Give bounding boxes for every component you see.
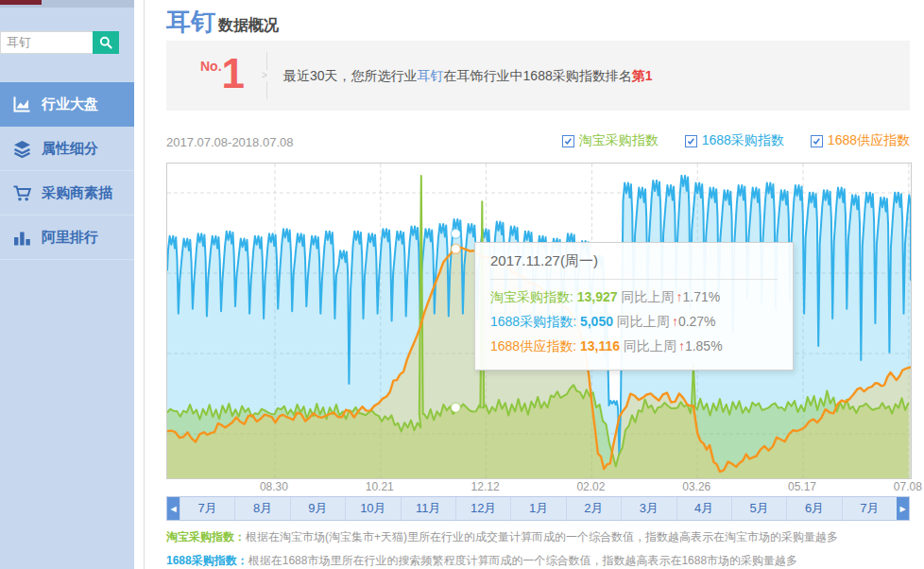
keyword-search [0, 31, 119, 54]
rank-keyword: 耳钉 [418, 68, 444, 83]
content-divider [144, 0, 145, 569]
month-tab-6月[interactable]: 6月 [786, 497, 841, 520]
tooltip-row: 淘宝采购指数: 13,927 同比上周↑1.71% [490, 284, 778, 309]
prev-month-button[interactable]: ◀ [167, 497, 180, 520]
hover-marker [451, 229, 460, 238]
sidebar-item-label: 阿里排行 [42, 229, 98, 247]
checkbox-checked-icon[interactable] [685, 135, 697, 147]
month-tab-4月[interactable]: 4月 [676, 497, 731, 520]
title-subtitle: 数据概况 [218, 17, 279, 33]
browser-artifact [0, 0, 42, 5]
sidebar-item-label: 采购商素描 [42, 184, 112, 202]
x-tick-label: 12.12 [471, 480, 500, 493]
month-tab-7月[interactable]: 7月 [180, 497, 234, 520]
legend-toggle-1688采购指数[interactable]: 1688采购指数 [685, 132, 784, 149]
sidebar-item-行业大盘[interactable]: 行业大盘 [0, 82, 134, 127]
month-tab-12月[interactable]: 12月 [455, 497, 510, 520]
search-button[interactable] [93, 31, 119, 54]
month-tab-8月[interactable]: 8月 [234, 497, 289, 520]
sidebar-menu: 行业大盘属性细分采购商素描阿里排行 [0, 82, 134, 260]
x-tick-label: 08.30 [260, 480, 288, 493]
rank-value: 1 [222, 50, 245, 96]
month-tab-1月[interactable]: 1月 [510, 497, 565, 520]
rank-description: 最近30天，您所选行业耳钉在耳饰行业中1688采购指数排名第1 [283, 68, 653, 85]
x-axis-labels: 08.3010.2112.1202.0203.2605.1707.08 [166, 480, 910, 493]
banner-separator: > [266, 52, 267, 99]
month-tab-7月[interactable]: 7月 [842, 497, 897, 520]
up-arrow-icon: ↑ [678, 338, 685, 353]
legend-toggle-1688供应指数[interactable]: 1688供应指数 [811, 132, 910, 149]
sidebar-item-label: 属性细分 [42, 140, 98, 158]
legend-toggle-淘宝采购指数[interactable]: 淘宝采购指数 [562, 132, 659, 149]
checkbox-checked-icon[interactable] [562, 135, 574, 147]
search-icon [96, 35, 115, 50]
cart-icon [12, 183, 32, 203]
rank-label: 第1 [632, 68, 653, 83]
up-arrow-icon: ↑ [672, 314, 678, 329]
area-chart-icon [12, 95, 32, 114]
month-pagination: ◀7月8月9月10月11月12月1月2月3月4月5月6月7月▶ [166, 496, 910, 521]
x-tick-label: 10.21 [366, 480, 394, 493]
month-tab-11月[interactable]: 11月 [401, 497, 455, 520]
index-footnotes: 淘宝采购指数：根据在淘宝市场(淘宝集市+天猫)里所在行业的成交量计算而成的一个综… [166, 526, 838, 569]
rank-prefix: No. [200, 59, 222, 74]
up-arrow-icon: ↑ [676, 289, 683, 304]
footnote: 1688采购指数：根据在1688市场里所在行业的搜索频繁程度计算而成的一个综合数… [166, 549, 838, 569]
tooltip-row: 1688供应指数: 13,116 同比上周↑1.85% [490, 334, 778, 358]
rank-banner: No.1 > 最近30天，您所选行业耳钉在耳饰行业中1688采购指数排名第1 [166, 41, 910, 111]
sidebar-item-属性细分[interactable]: 属性细分 [0, 127, 134, 171]
title-keyword: 耳钉 [166, 8, 215, 36]
chart-tooltip: 2017.11.27(周一) 淘宝采购指数: 13,927 同比上周↑1.71%… [474, 242, 794, 371]
search-input[interactable] [0, 31, 93, 54]
x-tick-label: 03.26 [682, 480, 710, 493]
sidebar: 行业大盘属性细分采购商素描阿里排行 [0, 0, 134, 569]
hover-marker [451, 244, 460, 253]
month-tab-2月[interactable]: 2月 [566, 497, 621, 520]
chevron-right-icon: > [262, 70, 267, 81]
bar-chart-icon [12, 228, 32, 248]
rank-text-middle: 在耳饰行业中1688采购指数排名 [444, 68, 632, 83]
series-legend: 淘宝采购指数1688采购指数1688供应指数 [166, 132, 910, 149]
sidebar-item-label: 行业大盘 [42, 95, 98, 113]
tooltip-row: 1688采购指数: 5,050 同比上周↑0.27% [490, 309, 778, 334]
checkbox-checked-icon[interactable] [811, 135, 823, 147]
layers-icon [12, 139, 32, 159]
rank-number: No.1 [200, 53, 245, 95]
industry-dashboard: { "sidebar": { "search": {"value": "耳钉"}… [0, 0, 924, 569]
month-tab-5月[interactable]: 5月 [731, 497, 786, 520]
rank-text-before: 最近30天，您所选行业 [283, 68, 418, 83]
legend-label: 淘宝采购指数 [579, 132, 659, 149]
hover-marker [451, 403, 460, 412]
next-month-button[interactable]: ▶ [897, 497, 909, 520]
sidebar-item-阿里排行[interactable]: 阿里排行 [0, 216, 134, 260]
legend-label: 1688供应指数 [828, 132, 910, 149]
x-tick-label: 07.08 [894, 480, 922, 493]
tooltip-date: 2017.11.27(周一) [490, 252, 778, 280]
sidebar-item-采购商素描[interactable]: 采购商素描 [0, 171, 134, 216]
x-tick-label: 02.02 [576, 480, 605, 493]
page-title: 耳钉数据概况 [166, 6, 279, 39]
footnote: 淘宝采购指数：根据在淘宝市场(淘宝集市+天猫)里所在行业的成交量计算而成的一个综… [166, 526, 838, 549]
month-tab-3月[interactable]: 3月 [621, 497, 676, 520]
x-tick-label: 05.17 [788, 480, 816, 493]
legend-label: 1688采购指数 [702, 132, 784, 149]
month-tab-9月[interactable]: 9月 [290, 497, 345, 520]
month-tab-10月[interactable]: 10月 [345, 497, 400, 520]
